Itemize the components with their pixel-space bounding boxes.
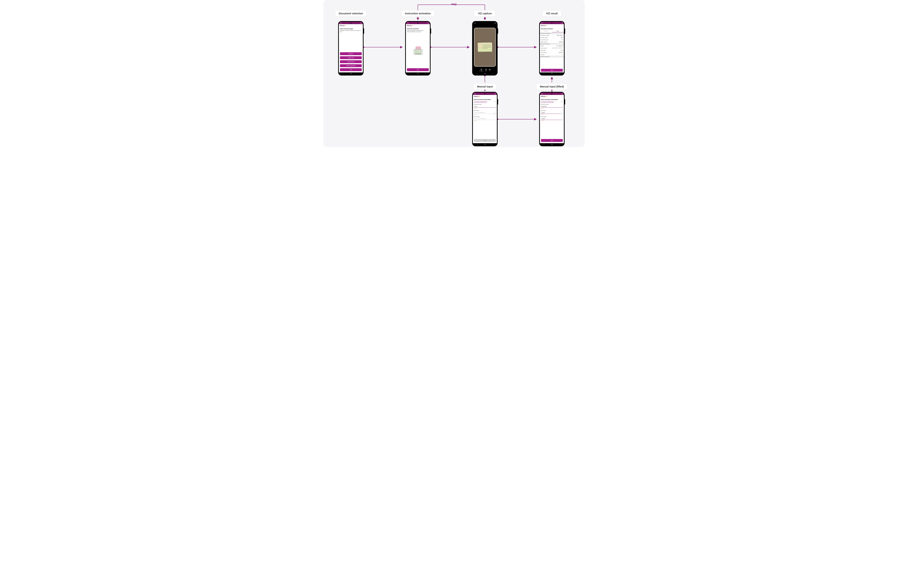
- doc-option-button[interactable]: Driving licence: [340, 60, 362, 63]
- tab-data[interactable]: DATA: [552, 30, 564, 32]
- clear-button[interactable]: X: [494, 112, 496, 115]
- status-bar: 9:41 ▲▮: [339, 22, 363, 24]
- dob-field: Date of birth Date of birth (DDMMYY) Req…: [474, 110, 493, 115]
- phone-viz-capture: 9:41▲▮ Avoid white background Manual inp…: [472, 21, 497, 76]
- expiry-field: Date of expiry 130628 Required: [541, 116, 563, 121]
- table-row: NationalityNLD: [541, 49, 563, 51]
- tab-doc-info[interactable]: DOCUMENT INFORMATION: [541, 101, 554, 103]
- doc-option-button[interactable]: Vehicle registration: [340, 64, 362, 67]
- dob-input[interactable]: 121068: [541, 111, 560, 114]
- expiry-input[interactable]: 130628: [541, 117, 563, 120]
- clear-button[interactable]: X: [560, 112, 563, 115]
- phone-viz-result: 9:41▲▮ READID Document scanned PHOTOS DA…: [539, 21, 565, 76]
- android-nav: ≡‹: [339, 72, 363, 75]
- doc-option-button[interactable]: Passport: [340, 52, 362, 55]
- next-button[interactable]: Next: [541, 69, 563, 72]
- page-title: Enter document information: [541, 99, 563, 100]
- next-button[interactable]: Next: [407, 68, 429, 71]
- camera-toolbar: Manual input Torch ⟳: [473, 68, 497, 72]
- app-bar: READID: [339, 24, 363, 27]
- torch-button[interactable]: Torch: [485, 69, 487, 72]
- doc-number-field: Document number R123 | Required: [474, 104, 496, 109]
- step-manual-input-filled: Manual input (filled): [536, 83, 568, 90]
- doc-option-button[interactable]: Visa: [340, 68, 362, 71]
- table-row: Document numberSPECI2021: [541, 34, 563, 37]
- next-button[interactable]: Next: [541, 139, 563, 142]
- tab-can[interactable]: CAN: [494, 101, 496, 103]
- tab-photos[interactable]: PHOTOS: [540, 30, 552, 32]
- page-title: Enter document information: [474, 99, 496, 100]
- document-preview: [478, 42, 492, 52]
- phone-instruction: 9:41▲▮ READID Scan the document Open the…: [405, 21, 431, 76]
- help-label: Help: [451, 3, 457, 6]
- table-row: NameDE BRUIJN: [541, 45, 563, 47]
- table-row: Document codeP<: [541, 39, 563, 41]
- instruction-illustration: [407, 34, 429, 68]
- phone-doc-select: 9:41 ▲▮ READID Select document type What…: [338, 21, 364, 76]
- camera-viewport[interactable]: [474, 28, 496, 67]
- page-title: Document scanned: [541, 28, 563, 29]
- phone-manual-input: 9:41▲▮ READID⋮ Enter document informatio…: [472, 92, 497, 146]
- capture-hint: Avoid white background: [492, 44, 493, 53]
- table-row: Given namesWILLEKE LISELOTTE: [541, 47, 563, 49]
- overflow-menu-icon[interactable]: ⋮: [494, 95, 496, 97]
- table-row: GenderF: [541, 53, 563, 56]
- section-header: Optional information: [540, 56, 564, 58]
- dob-input[interactable]: Date of birth (DDMMYY): [474, 111, 493, 114]
- page-subtitle: Open the passport to the photo page. Adj…: [407, 30, 429, 33]
- dob-field: Date of birth 121068 Required: [541, 110, 560, 115]
- section-header: Document information: [540, 32, 564, 34]
- phone-manual-input-filled: 9:41▲▮ READID⋮ Enter document informatio…: [539, 92, 565, 146]
- tab-doc-info[interactable]: DOCUMENT INFORMATION: [474, 101, 487, 103]
- page-title: Scan the document: [407, 28, 429, 29]
- step-doc-select: Document selection: [335, 10, 367, 17]
- table-row: Issuing countryNLD: [541, 37, 563, 39]
- step-viz-capture: VIZ capture: [474, 10, 496, 17]
- next-button[interactable]: Next: [474, 139, 496, 142]
- step-instruction: Instruction animation: [401, 10, 435, 17]
- page-title: Select document type: [340, 28, 362, 29]
- tab-can[interactable]: CAN: [560, 101, 563, 103]
- doc-number-field: Document number R12356789 Required: [541, 104, 563, 109]
- manual-input-button[interactable]: Manual input: [479, 69, 483, 72]
- expiry-field: Date of expiry Date of expiry (DDMMYY) R…: [474, 116, 496, 121]
- expiry-input[interactable]: Date of expiry (DDMMYY): [474, 117, 496, 120]
- step-viz-result: VIZ result: [542, 10, 562, 17]
- doc-number-input[interactable]: R123 |: [474, 105, 496, 108]
- section-header: Personal information: [540, 43, 564, 45]
- result-tabs: PHOTOS DATA: [540, 30, 564, 32]
- table-row: Date of birth650310: [541, 51, 563, 53]
- table-row: Date of expiry310830: [541, 41, 563, 43]
- doc-number-input[interactable]: R12356789: [541, 105, 563, 108]
- page-subtitle: What type of identity document do you wa…: [340, 30, 362, 33]
- flip-camera-button[interactable]: ⟳: [489, 69, 491, 72]
- doc-option-button[interactable]: Identity card: [340, 56, 362, 59]
- overflow-menu-icon[interactable]: ⋮: [561, 95, 563, 97]
- flow-diagram: Help Document selection Instruction anim…: [323, 0, 585, 147]
- step-manual-input: Manual input: [473, 83, 496, 90]
